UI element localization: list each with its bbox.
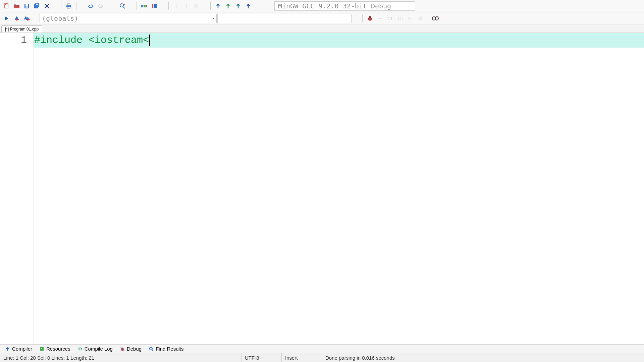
svg-rect-14 xyxy=(144,5,146,7)
tab-compile-log-label: Compile Log xyxy=(85,346,113,352)
remove-all-errors-button[interactable] xyxy=(22,14,32,23)
svg-rect-13 xyxy=(141,5,143,7)
svg-rect-9 xyxy=(67,4,70,5)
undo-button[interactable] xyxy=(86,1,95,11)
redo-button xyxy=(96,1,105,11)
goto-4-button[interactable]: 1 xyxy=(244,1,253,11)
bug-icon xyxy=(120,347,125,351)
svg-rect-4 xyxy=(25,6,28,8)
code-line[interactable]: #include <iostream< xyxy=(34,33,644,48)
svg-rect-18 xyxy=(155,4,157,8)
step-out-button xyxy=(395,14,405,23)
status-mode: Insert xyxy=(282,353,322,362)
new-file-button[interactable] xyxy=(2,1,11,11)
status-message: Done parsing in 0.016 seconds xyxy=(322,353,644,362)
member-dropdown[interactable] xyxy=(217,14,352,23)
svg-rect-1 xyxy=(4,3,6,5)
status-bar: Line: 1 Col: 20 Sel: 0 Lines: 1 Length: … xyxy=(0,353,644,362)
gutter: 1 xyxy=(0,33,31,344)
scope-value: (globals) xyxy=(42,14,78,22)
svg-rect-7 xyxy=(36,4,38,5)
svg-rect-10 xyxy=(67,7,70,8)
insert-bookmark-button xyxy=(171,1,181,11)
file-tab-active[interactable]: [*] Program 01.cpp xyxy=(1,25,42,33)
tab-resources[interactable]: Resources xyxy=(36,345,74,353)
open-file-button[interactable] xyxy=(12,1,21,11)
svg-point-11 xyxy=(120,4,123,7)
svg-rect-15 xyxy=(146,5,147,7)
goto-bookmark-button xyxy=(192,1,201,11)
step-into-button xyxy=(385,14,395,23)
code-area[interactable]: #include <iostream< xyxy=(34,33,644,344)
status-encoding: UTF-8 xyxy=(241,353,282,362)
tab-find-results[interactable]: Find Results xyxy=(146,345,187,353)
status-position: Line: 1 Col: 20 Sel: 0 Lines: 1 Length: … xyxy=(0,353,241,362)
svg-rect-29 xyxy=(41,348,42,349)
search-icon xyxy=(149,347,154,351)
svg-rect-19 xyxy=(194,4,198,8)
remove-bookmark-button xyxy=(181,1,191,11)
save-button[interactable] xyxy=(22,1,32,11)
tab-debug[interactable]: Debug xyxy=(117,345,145,353)
code-editor[interactable]: 1 #include <iostream< xyxy=(0,33,644,344)
log-icon xyxy=(78,347,83,351)
svg-point-12 xyxy=(123,4,125,5)
resources-icon xyxy=(40,347,44,351)
tab-compiler-label: Compiler xyxy=(12,346,32,352)
compile-button[interactable] xyxy=(140,1,149,11)
toolbar-secondary: (globals) ▾ xyxy=(0,12,644,25)
text-cursor xyxy=(149,35,150,46)
svg-rect-3 xyxy=(25,4,28,6)
output-tabs: Compiler Resources Compile Log Debug Fin… xyxy=(0,344,644,353)
debug-start-button[interactable] xyxy=(365,14,375,23)
tab-resources-label: Resources xyxy=(46,346,70,352)
gutter-margin xyxy=(31,33,34,344)
svg-rect-17 xyxy=(154,4,155,8)
svg-rect-16 xyxy=(152,4,153,8)
chevron-down-icon: ▾ xyxy=(212,17,214,20)
save-all-button[interactable] xyxy=(32,1,42,11)
toolbar-main: 1 MinGW GCC 9.2.0 32-bit Debug xyxy=(0,0,644,12)
close-button[interactable] xyxy=(42,1,52,11)
svg-text:1: 1 xyxy=(249,6,251,9)
watch-button[interactable] xyxy=(431,14,440,23)
run-button[interactable] xyxy=(150,1,159,11)
scope-dropdown[interactable]: (globals) ▾ xyxy=(40,14,217,23)
svg-point-31 xyxy=(150,347,152,350)
continue-button xyxy=(406,14,415,23)
goto-1-button[interactable] xyxy=(213,1,223,11)
compiler-selector[interactable]: MinGW GCC 9.2.0 32-bit Debug xyxy=(274,1,415,11)
file-tab-strip: [*] Program 01.cpp xyxy=(0,25,644,33)
next-button[interactable] xyxy=(2,14,11,23)
tab-find-results-label: Find Results xyxy=(156,346,183,352)
find-button[interactable] xyxy=(118,1,127,11)
stop-debug-button xyxy=(416,14,425,23)
goto-3-button[interactable] xyxy=(233,1,243,11)
arrow-up-icon xyxy=(5,347,10,351)
tab-debug-label: Debug xyxy=(127,346,142,352)
tab-compiler[interactable]: Compiler xyxy=(2,345,36,353)
print-button[interactable] xyxy=(64,1,73,11)
line-number: 1 xyxy=(0,33,27,48)
remove-error-button[interactable] xyxy=(12,14,21,23)
goto-2-button[interactable] xyxy=(223,1,233,11)
code-text: #include <iostream< xyxy=(34,35,149,46)
tab-compile-log[interactable]: Compile Log xyxy=(74,345,116,353)
step-over-button xyxy=(375,14,385,23)
